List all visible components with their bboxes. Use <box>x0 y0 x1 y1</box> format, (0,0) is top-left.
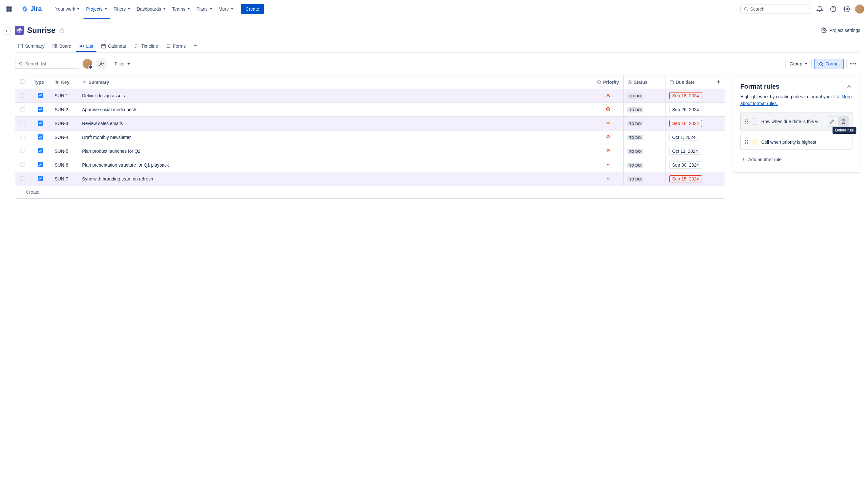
status-badge[interactable]: TO DO <box>628 149 643 154</box>
col-duedate-label[interactable]: Due date <box>676 80 695 85</box>
row-checkbox[interactable] <box>20 107 24 112</box>
status-badge[interactable]: TO DO <box>628 176 643 182</box>
drag-handle-icon[interactable] <box>745 119 748 124</box>
nav-filters[interactable]: Filters <box>111 4 133 14</box>
row-checkbox[interactable] <box>20 121 24 125</box>
nav-more[interactable]: More <box>216 4 236 14</box>
priority-icon[interactable] <box>605 162 611 168</box>
group-button[interactable]: Group <box>785 59 812 69</box>
delete-rule-button[interactable] <box>838 116 849 127</box>
add-column-button[interactable]: + <box>712 75 725 89</box>
nav-your-work[interactable]: Your work <box>53 4 83 14</box>
global-search-input[interactable] <box>750 6 808 12</box>
tab-calendar[interactable]: Calendar <box>98 41 130 51</box>
table-row[interactable]: SUN-4 Draft monthly newsletter TO DO Oct… <box>15 131 725 144</box>
col-priority-label[interactable]: Priority <box>603 80 619 85</box>
create-row[interactable]: +Create <box>15 186 725 199</box>
app-switcher-icon[interactable] <box>4 4 14 14</box>
row-checkbox[interactable] <box>20 176 24 181</box>
search-list-input[interactable] <box>25 61 76 66</box>
add-rule-button[interactable]: + Add another rule <box>740 153 853 165</box>
row-summary[interactable]: Deliver design assets <box>78 89 592 103</box>
sidebar-toggle-button[interactable] <box>3 27 11 35</box>
nav-projects[interactable]: Projects <box>84 4 110 14</box>
jira-logo[interactable]: Jira <box>21 5 42 13</box>
format-paint-icon[interactable] <box>59 28 65 33</box>
due-date-chip[interactable]: Sep 30, 2024 <box>669 161 702 169</box>
row-checkbox[interactable] <box>20 163 24 167</box>
select-all-checkbox[interactable] <box>20 79 24 84</box>
row-summary[interactable]: Sync with branding team on refresh <box>78 172 592 186</box>
due-date-chip[interactable]: Sep 18, 2024 <box>669 92 702 99</box>
table-row[interactable]: SUN-6 Plan presentation structure for Q1… <box>15 158 725 172</box>
assignee-filter-avatar[interactable]: L <box>83 59 92 69</box>
row-key[interactable]: SUN-6 <box>51 158 78 172</box>
row-key[interactable]: SUN-2 <box>51 103 78 117</box>
format-button[interactable]: Format <box>814 59 844 69</box>
row-summary[interactable]: Review sales emails <box>78 117 592 131</box>
row-key[interactable]: SUN-1 <box>51 89 78 103</box>
col-key-label[interactable]: Key <box>61 80 70 85</box>
row-checkbox[interactable] <box>20 135 24 139</box>
due-date-chip[interactable]: Sep 16, 2024 <box>669 120 702 127</box>
col-summary-label[interactable]: Summary <box>89 80 109 85</box>
due-date-chip[interactable]: Sep 26, 2024 <box>669 106 702 113</box>
due-date-chip[interactable]: Oct 1, 2024 <box>669 134 698 141</box>
table-row[interactable]: SUN-3 Review sales emails TO DO Sep 16, … <box>15 117 725 131</box>
row-summary[interactable]: Plan product launches for Q2 <box>78 144 592 158</box>
tab-summary[interactable]: Summary <box>15 41 48 51</box>
row-checkbox[interactable] <box>20 93 24 98</box>
nav-dashboards[interactable]: Dashboards <box>134 4 168 14</box>
status-badge[interactable]: TO DO <box>628 121 643 126</box>
tab-board[interactable]: Board <box>49 41 74 51</box>
priority-icon[interactable] <box>605 106 611 112</box>
settings-icon[interactable] <box>841 4 852 14</box>
more-button[interactable]: ••• <box>846 59 860 69</box>
format-rule-card[interactable]: Row when due date is this w Delete rule <box>740 112 853 131</box>
status-badge[interactable]: TO DO <box>628 135 643 140</box>
profile-avatar[interactable] <box>855 4 864 14</box>
table-row[interactable]: SUN-2 Approve social media posts TO DO S… <box>15 103 725 117</box>
status-badge[interactable]: TO DO <box>628 93 643 99</box>
table-row[interactable]: SUN-1 Deliver design assets TO DO Sep 18… <box>15 89 725 103</box>
col-status-label[interactable]: Status <box>634 80 648 85</box>
priority-icon[interactable] <box>605 92 611 98</box>
col-type-label[interactable]: Type <box>34 80 44 85</box>
status-badge[interactable]: TO DO <box>628 107 643 113</box>
row-key[interactable]: SUN-4 <box>51 131 78 144</box>
row-key[interactable]: SUN-5 <box>51 144 78 158</box>
project-settings-button[interactable]: Project settings <box>821 28 860 33</box>
priority-icon[interactable] <box>605 134 611 140</box>
due-date-chip[interactable]: Sep 15, 2024 <box>669 175 702 183</box>
table-row[interactable]: SUN-5 Plan product launches for Q2 TO DO… <box>15 144 725 158</box>
row-summary[interactable]: Draft monthly newsletter <box>78 131 592 144</box>
row-summary[interactable]: Approve social media posts <box>78 103 592 117</box>
priority-icon[interactable] <box>605 120 611 126</box>
priority-icon[interactable] <box>605 148 611 154</box>
status-badge[interactable]: TO DO <box>628 163 643 168</box>
add-people-button[interactable] <box>96 58 108 70</box>
help-icon[interactable] <box>828 4 838 14</box>
search-list[interactable] <box>15 59 79 69</box>
row-key[interactable]: SUN-3 <box>51 117 78 131</box>
create-button[interactable]: Create <box>241 4 264 14</box>
format-rule-card[interactable]: Cell when priority is highest <box>740 135 853 150</box>
global-search[interactable] <box>740 4 811 14</box>
tab-add[interactable]: + <box>190 40 200 52</box>
row-checkbox[interactable] <box>20 149 24 153</box>
nav-teams[interactable]: Teams <box>170 4 193 14</box>
tab-timeline[interactable]: Timeline <box>131 41 161 51</box>
notifications-icon[interactable] <box>815 4 825 14</box>
row-key[interactable]: SUN-7 <box>51 172 78 186</box>
table-row[interactable]: SUN-7 Sync with branding team on refresh… <box>15 172 725 186</box>
priority-icon[interactable] <box>605 176 611 182</box>
row-summary[interactable]: Plan presentation structure for Q1 playb… <box>78 158 592 172</box>
nav-plans[interactable]: Plans <box>194 4 215 14</box>
edit-rule-button[interactable] <box>827 116 837 127</box>
tab-forms[interactable]: Forms <box>163 41 189 51</box>
tab-list[interactable]: ••• List <box>76 41 96 51</box>
filter-button[interactable]: Filter <box>111 59 134 69</box>
due-date-chip[interactable]: Oct 11, 2024 <box>669 148 701 155</box>
panel-close-button[interactable] <box>845 83 853 90</box>
drag-handle-icon[interactable] <box>745 139 748 145</box>
